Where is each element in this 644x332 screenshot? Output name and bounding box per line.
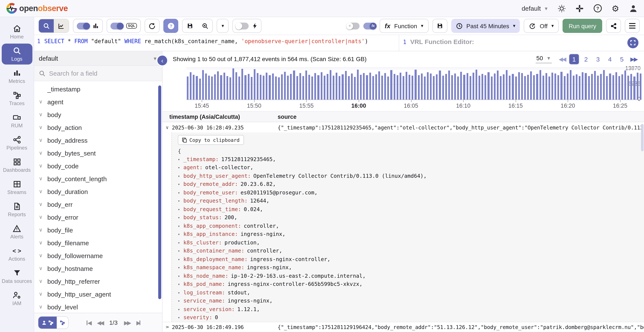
field-item[interactable]: ∨ body_file xyxy=(34,224,162,236)
share-link-button[interactable] xyxy=(606,19,621,33)
field-list-scrollbar[interactable] xyxy=(158,85,161,299)
vrl-function-editor[interactable]: 1VRL Function Editor: xyxy=(399,35,644,51)
json-entry[interactable]: ▾k8s_deployment_name:ingress-nginx-contr… xyxy=(178,255,639,264)
sidebar-item-dashboards[interactable]: Dashboards xyxy=(2,155,32,176)
log-row-collapsed[interactable]: ∨ 2025-06-30 16:28:49.196 {"_timestamp":… xyxy=(162,322,644,332)
field-item[interactable]: ∨ body_address xyxy=(34,134,162,146)
per-page-select[interactable]: 50 ▼ xyxy=(536,55,552,63)
slack-button[interactable] xyxy=(575,4,584,13)
json-entry[interactable]: ▾body_status:200, xyxy=(178,214,639,222)
prev-page-icon[interactable]: ◀◀ xyxy=(97,319,103,326)
json-entry[interactable]: ▾k8s_cluster:production, xyxy=(178,239,639,247)
json-entry[interactable]: ▾k8s_app_instance:ingress-nginx, xyxy=(178,230,639,239)
theme-toggle-button[interactable] xyxy=(557,4,566,13)
sidebar-item-data-sources[interactable]: Data sources xyxy=(2,266,32,287)
quick-mode-toggle[interactable] xyxy=(236,23,249,29)
json-entry[interactable]: ▾log_iostream:stdout, xyxy=(178,289,639,297)
prev-pages-button[interactable]: ◀◀ xyxy=(559,56,566,62)
json-entry[interactable]: ▾body_request_time:0.024, xyxy=(178,205,639,214)
visualize-mode-button[interactable] xyxy=(54,19,69,33)
more-menu-button[interactable] xyxy=(625,19,640,33)
sidebar-item-alerts[interactable]: Alerts xyxy=(2,221,32,242)
json-entry[interactable]: ▾k8s_app_component:controller, xyxy=(178,222,639,230)
field-item[interactable]: ∨ body_err xyxy=(34,198,162,211)
page-button[interactable]: 5 xyxy=(617,54,627,64)
query-help-button[interactable]: ? xyxy=(164,19,178,33)
field-item[interactable]: ∨ body_hostname xyxy=(34,262,162,275)
organization-select[interactable]: default ▼ xyxy=(522,5,548,12)
function-select[interactable]: fx Function ▾ xyxy=(380,19,428,33)
expand-editor-button[interactable] xyxy=(627,37,638,48)
histogram-toggle[interactable] xyxy=(77,23,89,29)
field-item[interactable]: ∨ body_duration xyxy=(34,185,162,198)
refresh-interval-select[interactable]: Off ▾ xyxy=(524,19,559,33)
stream-select[interactable]: default ▼ xyxy=(34,51,162,66)
help-button[interactable]: ? xyxy=(593,4,602,13)
next-page-icon[interactable]: ▶▶ xyxy=(124,319,130,326)
vrl-editor-toggle[interactable]: fx xyxy=(363,23,376,29)
sql-mode-toggle[interactable] xyxy=(110,23,123,29)
field-item[interactable]: ∨ body_level xyxy=(34,300,162,313)
sidebar-item-metrics[interactable]: Metrics xyxy=(2,66,32,87)
save-function-button[interactable] xyxy=(432,19,447,33)
json-entry[interactable]: ▾k8s_node_name:ip-10-2-29-163.us-east-2.… xyxy=(178,272,639,280)
field-item[interactable]: ∨ body xyxy=(34,108,162,121)
save-search-button[interactable] xyxy=(183,19,198,33)
saved-views-button[interactable] xyxy=(198,19,212,33)
user-fields-view-button[interactable] xyxy=(38,317,57,328)
field-item[interactable]: _timestamp xyxy=(34,82,162,95)
openobserve-logo[interactable]: openobserve xyxy=(6,3,68,14)
field-item[interactable]: ∨ body_followername xyxy=(34,249,162,262)
collapse-row-icon[interactable]: ∨ xyxy=(162,124,172,130)
field-search-input[interactable] xyxy=(49,70,143,77)
field-item[interactable]: ∨ body_error xyxy=(34,211,162,224)
field-item[interactable]: ∨ body_http_user_agent xyxy=(34,288,162,300)
sidebar-item-logs[interactable]: Logs xyxy=(2,44,32,65)
search-mode-button[interactable] xyxy=(39,19,54,33)
page-button[interactable]: 3 xyxy=(593,54,603,64)
run-query-button[interactable]: Run query xyxy=(563,19,602,33)
json-entry[interactable]: ▾body_remote_addr:20.23.6.82, xyxy=(178,180,639,189)
sidebar-item-streams[interactable]: Streams xyxy=(2,177,32,198)
histogram-bars[interactable] xyxy=(186,68,642,100)
reset-filters-button[interactable] xyxy=(145,19,160,33)
json-entry[interactable]: ▾service_name:ingress-nginx, xyxy=(178,297,639,305)
json-entry[interactable]: ▾k8s_container_name:controller, xyxy=(178,247,639,255)
field-item[interactable]: ∨ body_http_referrer xyxy=(34,275,162,288)
saved-views-dropdown-button[interactable]: ▾ xyxy=(217,19,229,33)
next-pages-button[interactable]: ▶▶ xyxy=(630,56,637,62)
time-range-select[interactable]: Past 45 Minutes ▾ xyxy=(451,19,520,33)
page-button[interactable]: 1 xyxy=(569,54,579,64)
expand-row-icon[interactable]: ∨ xyxy=(162,324,172,330)
last-page-icon[interactable]: ▶ xyxy=(136,319,140,326)
first-page-icon[interactable]: ◀ xyxy=(87,319,91,326)
log-row-expanded[interactable]: ∨ 2025-06-30 16:28:49.235 {"_timestamp":… xyxy=(162,122,644,132)
copy-to-clipboard-button[interactable]: Copy to clipboard xyxy=(178,135,244,145)
account-button[interactable] xyxy=(629,4,638,13)
field-item[interactable]: ∨ body_content_length xyxy=(34,172,162,185)
json-entry[interactable]: ▾k8s_namespace_name:ingress-nginx, xyxy=(178,264,639,272)
results-scrollbar[interactable] xyxy=(641,124,644,151)
field-item[interactable]: ∨ body_bytes_sent xyxy=(34,146,162,159)
sidebar-item-traces[interactable]: Traces xyxy=(2,88,32,109)
collapse-fields-button[interactable]: ‹ xyxy=(156,55,168,66)
json-entry[interactable]: ▾agent:otel-collector, xyxy=(178,164,639,172)
sidebar-item-actions[interactable]: < > Actions xyxy=(2,244,32,264)
settings-button[interactable]: ⚙ xyxy=(611,4,620,13)
json-entry[interactable]: ▾_timestamp:1751281129235465, xyxy=(178,155,639,164)
sidebar-item-iam[interactable]: IAM xyxy=(2,288,32,309)
field-item[interactable]: ∨ agent xyxy=(34,95,162,108)
page-button[interactable]: 2 xyxy=(581,54,591,64)
sidebar-item-rum[interactable]: RUM xyxy=(2,110,32,131)
json-entry[interactable]: ▾severity:0 xyxy=(178,314,639,322)
page-button[interactable]: 4 xyxy=(605,54,615,64)
sql-query-editor[interactable]: 1SELECT * FROM "default" WHERE re_match(… xyxy=(34,35,399,51)
sidebar-item-home[interactable]: Home xyxy=(2,21,32,42)
field-item[interactable]: ∨ body_filename xyxy=(34,236,162,249)
show-query-toggle[interactable]: ≡ xyxy=(347,23,360,29)
json-entry[interactable]: ▾service_version:1.12.1, xyxy=(178,305,639,314)
json-entry[interactable]: ▾body_request_length:12644, xyxy=(178,197,639,205)
json-entry[interactable]: ▾body_remote_user:es02011915@prosegur.co… xyxy=(178,189,639,197)
sidebar-item-pipelines[interactable]: Pipelines xyxy=(2,132,32,153)
all-fields-view-button[interactable] xyxy=(57,317,68,328)
